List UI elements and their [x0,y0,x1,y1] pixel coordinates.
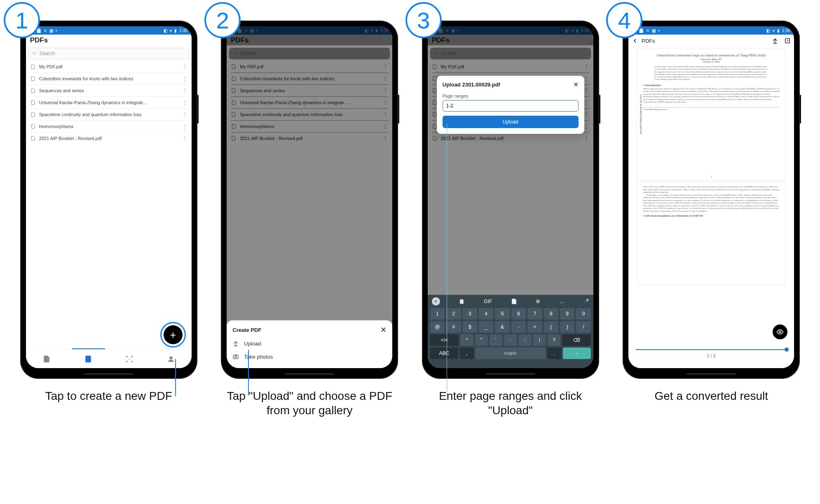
pdf-file-icon [30,100,36,105]
export-icon[interactable] [784,37,791,44]
phone-frame: ⚙📄✕▩• ◧▾▮1:35 PDFs arXiv:2301.00029v2 [m… [623,21,800,379]
upload-option[interactable]: Upload [227,337,392,350]
step-badge-1: 1 [4,2,40,38]
key[interactable]: @ [430,321,445,333]
back-icon[interactable] [632,37,638,44]
key[interactable]: ) [560,321,574,333]
add-pdf-fab[interactable]: + [164,325,183,344]
list-item[interactable]: Cobordism invariants for knots with two … [26,73,192,84]
pdf-file-icon [30,124,36,129]
key[interactable]: $ [463,321,477,333]
step-3: 3 ⚙📄✕▩• ◧▾▮1:35 PDFs Search My PDF.pdf⋮C… [414,21,607,418]
viewer-back-label[interactable]: PDFs [642,38,655,44]
nav-notes-icon[interactable] [41,353,52,365]
step-1: 1 ⚙📄✕▩• ◧▾▮1:35 PDFs Search My PDF.pdf⋮C… [12,21,206,403]
sheet-title: Create PDF [232,327,261,333]
close-icon[interactable]: ✕ [380,325,387,334]
key[interactable]: # [446,321,461,333]
key[interactable]: ; [518,334,531,346]
close-icon[interactable]: ✕ [573,81,579,89]
nav-pdf-icon[interactable]: PDF [82,353,94,365]
pdf-file-icon [30,112,36,117]
list-item[interactable]: Universal Kardar-Parisi-Zhang dynamics i… [26,97,192,108]
key[interactable]: 1 [430,308,445,320]
key[interactable]: _ [479,321,493,333]
key[interactable]: * [460,334,473,346]
list-item-label: 2021 AIP Booklet - Revised.pdf [39,136,178,141]
key[interactable]: 3 [463,308,477,320]
pdf-page-1[interactable]: arXiv:2301.00029v2 [math-ph] 26 Jan 2023… [637,49,786,180]
page-slider[interactable] [636,349,787,350]
key[interactable]: " [475,334,488,346]
key-go[interactable]: → [563,348,591,359]
callout-line [248,350,249,395]
phone-frame: ⚙📄✕▩• ◧▾▮1:35 PDFs Search My PDF.pdf⋮Cob… [20,21,197,379]
pdf-file-icon [30,76,36,82]
key-backspace[interactable]: ⌫ [562,334,590,346]
kb-more-icon[interactable]: … [559,299,564,304]
key[interactable]: 9 [560,308,574,320]
page2-body: In this paper we investigate a previousl… [643,194,780,213]
search-input[interactable]: Search [28,48,189,59]
list-item[interactable]: Sequences and series⋮ [26,85,192,96]
svg-rect-6 [233,355,238,359]
paper-title: Generalized conformal maps as classical … [643,53,780,57]
step-badge-3: 3 [405,2,442,38]
screen: ⚙📄✕▩• ◧▾▮1:35 PDFs Search My PDF.pdf⋮Cob… [428,26,593,368]
key-period[interactable]: . [547,348,561,359]
camera-icon [232,353,239,360]
list-item-label: Cobordism invariants for knots with two … [39,76,178,81]
key[interactable]: - [511,321,526,333]
upload-button[interactable]: Upload [443,116,579,128]
key[interactable]: : [504,334,517,346]
kb-gif-icon[interactable]: GIF [484,299,492,304]
list-item[interactable]: My PDF.pdf⋮ [26,61,192,72]
key[interactable]: ! [533,334,546,346]
section-2-title: 2 Self-dual morphisms as symmetries of A… [643,214,780,217]
upload-icon [232,340,239,347]
paper-footer-email: *edwardbaker86@gmail.com [643,107,780,110]
key[interactable]: ( [544,321,558,333]
key[interactable]: 2 [446,308,461,320]
keyboard-toolbar: < 📋 GIF 📄 ⚙ … 🎤 [430,297,591,308]
kb-clipboard-icon[interactable]: 📋 [459,299,465,304]
key[interactable]: 7 [527,308,542,320]
key[interactable]: 6 [511,308,526,320]
key[interactable]: 5 [495,308,509,320]
kb-mic-icon[interactable]: 🎤 [583,299,589,304]
soft-keyboard[interactable]: < 📋 GIF 📄 ⚙ … 🎤 1234567890 @#$_&-+()/ =\… [428,295,593,368]
nav-scan-icon[interactable]: Σ [124,353,135,365]
view-mode-fab[interactable] [773,324,787,339]
dialog-title: Upload 2301.00029.pdf [443,82,500,88]
key[interactable]: + [527,321,542,333]
key[interactable]: / [576,321,590,333]
key[interactable]: ' [490,334,502,346]
share-icon[interactable] [772,37,778,44]
list-item[interactable]: 2021 AIP Booklet - Revised.pdf⋮ [26,133,192,144]
key[interactable]: 4 [479,308,493,320]
list-item[interactable]: Spacetime continuity and quantum informa… [26,109,192,120]
kb-doc-icon[interactable]: 📄 [511,299,517,304]
key-abc[interactable]: ABC [430,348,458,359]
step-caption: Tap "Upload" and choose a PDF from your … [223,389,396,418]
key-symbols[interactable]: =\< [430,334,459,346]
statusbar: ⚙📄✕▩• ◧▾▮1:35 [26,26,192,35]
step-4: 4 ⚙📄✕▩• ◧▾▮1:35 PDFs arXiv:2301.00029v [614,21,808,403]
svg-text:Σ: Σ [129,358,130,360]
take-photos-option[interactable]: Take photos [227,350,392,363]
kb-settings-icon[interactable]: ⚙ [536,299,540,304]
key[interactable]: 0 [576,308,590,320]
section-1-title: 1 Introduction [643,84,780,87]
key[interactable]: & [495,321,509,333]
arxiv-sidebar-text: arXiv:2301.00029v2 [math-ph] 26 Jan 2023 [639,53,642,176]
viewer-header: PDFs [628,35,794,47]
key[interactable]: ? [548,334,560,346]
list-item[interactable]: Homomorphisms⋮ [26,121,192,132]
kb-collapse-icon[interactable]: < [432,297,440,306]
key-space[interactable]: English [476,348,546,359]
key[interactable]: 8 [544,308,558,320]
pdf-page-2[interactable]: which leads to the ADHM construction of … [637,182,786,285]
page-number-1: 1 [637,176,785,178]
page-ranges-input[interactable] [443,100,579,112]
key-comma[interactable]: , [460,348,474,359]
